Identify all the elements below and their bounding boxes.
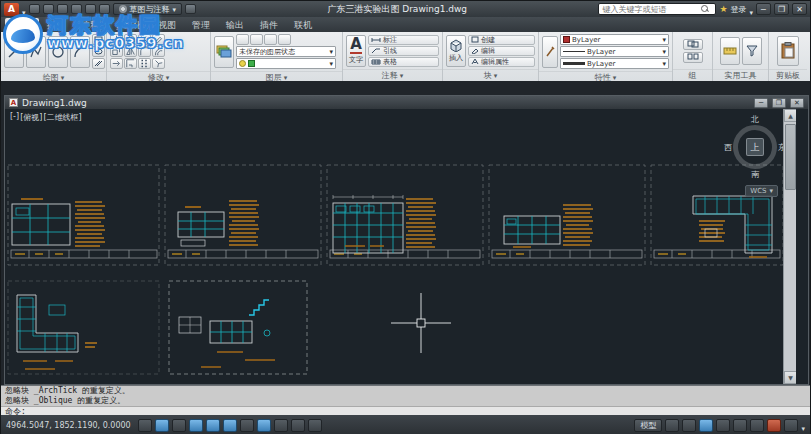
copy-tool-icon[interactable] <box>110 46 123 57</box>
table-button[interactable]: 表格 <box>368 57 439 67</box>
plot-icon[interactable] <box>71 4 82 14</box>
trim-tool-icon[interactable] <box>138 34 151 45</box>
text-tool-button[interactable]: A 文字 <box>346 35 366 67</box>
layer-state-dropdown[interactable]: 未保存的图层状态 <box>236 46 336 57</box>
polyline-tool-button[interactable] <box>26 36 46 68</box>
annotation-visibility-icon[interactable] <box>716 419 730 432</box>
scroll-down-arrow[interactable]: ▼ <box>784 371 796 384</box>
sign-in-caret-icon[interactable] <box>749 0 753 19</box>
viewcube-north[interactable]: 北 <box>751 114 759 125</box>
hatch-tool-icon[interactable] <box>92 58 105 69</box>
viewcube[interactable]: 北 南 西 东 上 <box>724 114 786 180</box>
new-file-icon[interactable] <box>29 4 40 14</box>
status-menu-caret-icon[interactable] <box>801 416 805 434</box>
tab-view[interactable]: 视图 <box>150 18 184 32</box>
annotation-scale-icon[interactable] <box>699 419 713 432</box>
line-tool-button[interactable] <box>4 36 24 68</box>
doc-minimize-button[interactable]: ─ <box>754 98 768 108</box>
tab-online[interactable]: 联机 <box>286 18 320 32</box>
tab-home[interactable]: 常用 <box>5 18 39 32</box>
layer-properties-button[interactable] <box>214 36 234 68</box>
app-menu-button[interactable]: A <box>4 3 19 16</box>
search-icon[interactable] <box>701 5 709 13</box>
tab-plugins[interactable]: 插件 <box>252 18 286 32</box>
viewcube-south[interactable]: 南 <box>751 169 759 180</box>
stretch-tool-icon[interactable] <box>110 58 123 69</box>
mirror-tool-icon[interactable] <box>124 46 137 57</box>
rectangle-tool-icon[interactable] <box>92 34 105 45</box>
workspace-switch-icon[interactable] <box>733 419 747 432</box>
model-space-viewport[interactable]: [-] [俯视] [二维线框] <box>5 109 796 384</box>
ortho-toggle[interactable] <box>189 419 203 432</box>
arc-tool-button[interactable] <box>70 36 90 68</box>
paste-button[interactable] <box>777 36 799 66</box>
layer-isolate-icon[interactable] <box>250 34 263 45</box>
drawing-canvas[interactable] <box>5 109 796 384</box>
lineweight-dropdown[interactable]: ByLayer <box>560 58 669 69</box>
measure-button[interactable] <box>720 37 740 65</box>
panel-label-clipboard[interactable]: 剪贴板 <box>769 69 807 81</box>
match-properties-button[interactable] <box>542 36 558 68</box>
quick-view-layouts-icon[interactable] <box>665 419 679 432</box>
lineweight-toggle[interactable] <box>291 419 305 432</box>
layer-freeze-icon[interactable] <box>264 34 277 45</box>
doc-restore-button[interactable]: ❐ <box>772 98 786 108</box>
help-search[interactable] <box>598 3 716 15</box>
close-button[interactable]: ✕ <box>792 3 807 15</box>
create-block-button[interactable]: 创建 <box>468 35 535 45</box>
tab-annotate[interactable]: 注释 <box>73 18 107 32</box>
circle-tool-button[interactable] <box>48 36 68 68</box>
polar-toggle[interactable] <box>206 419 220 432</box>
model-space-button[interactable]: 模型 <box>634 419 662 432</box>
scale-tool-icon[interactable] <box>124 58 137 69</box>
dynamic-ucs-toggle[interactable] <box>257 419 271 432</box>
document-title-bar[interactable]: A Drawing1.dwg ─ ❐ ✕ <box>5 96 808 109</box>
vertical-scrollbar[interactable]: ▲ ▼ <box>783 109 796 384</box>
scrollbar-thumb[interactable] <box>785 124 796 190</box>
tab-output[interactable]: 输出 <box>218 18 252 32</box>
leader-button[interactable]: 引线 <box>368 46 439 56</box>
ellipse-tool-icon[interactable] <box>92 46 105 57</box>
app-menu-caret-icon[interactable] <box>22 0 26 19</box>
panel-label-modify[interactable]: 修改 <box>107 71 210 83</box>
scroll-up-arrow[interactable]: ▲ <box>784 109 796 122</box>
edit-attributes-button[interactable]: 编辑属性 <box>468 57 535 67</box>
edit-block-button[interactable]: 编辑 <box>468 46 535 56</box>
dynamic-input-toggle[interactable] <box>274 419 288 432</box>
grid-toggle[interactable] <box>172 419 186 432</box>
group-button[interactable] <box>683 39 703 50</box>
array-tool-icon[interactable] <box>138 58 151 69</box>
tab-manage[interactable]: 管理 <box>184 18 218 32</box>
ungroup-button[interactable] <box>683 52 703 63</box>
quick-select-button[interactable] <box>742 37 762 65</box>
wcs-menu[interactable]: WCS <box>745 185 778 197</box>
tab-insert[interactable]: 插入 <box>39 18 73 32</box>
exchange-star-icon[interactable]: ★ <box>719 4 727 14</box>
minimize-button[interactable]: ─ <box>756 3 771 15</box>
viewcube-top-face[interactable]: 上 <box>746 138 764 156</box>
panel-label-utilities[interactable]: 实用工具 <box>713 69 768 81</box>
search-input[interactable] <box>602 5 698 14</box>
workspace-switcher[interactable]: 草图与注释 <box>113 3 183 15</box>
offset-tool-icon[interactable] <box>152 46 165 57</box>
layer-lock-icon[interactable] <box>278 34 291 45</box>
clean-screen-icon[interactable] <box>784 419 798 432</box>
erase-tool-icon[interactable] <box>152 34 165 45</box>
undo-icon[interactable] <box>85 4 96 14</box>
snap-toggle[interactable] <box>155 419 169 432</box>
sign-in-link[interactable]: 登录 <box>730 4 746 15</box>
layer-state-icon[interactable] <box>236 34 249 45</box>
performance-icon[interactable] <box>767 419 781 432</box>
otrack-toggle[interactable] <box>240 419 254 432</box>
open-file-icon[interactable] <box>43 4 54 14</box>
panel-label-layers[interactable]: 图层 <box>211 71 342 83</box>
insert-block-button[interactable]: 插入 <box>446 35 466 67</box>
fillet-tool-icon[interactable] <box>138 46 151 57</box>
visual-style-control[interactable]: [二维线框] <box>43 112 81 123</box>
panel-label-draw[interactable]: 绘图 <box>1 71 106 83</box>
save-icon[interactable] <box>57 4 68 14</box>
layer-dropdown[interactable] <box>236 58 336 69</box>
viewcube-west[interactable]: 西 <box>724 142 732 153</box>
doc-close-button[interactable]: ✕ <box>790 98 804 108</box>
explode-tool-icon[interactable] <box>152 58 165 69</box>
